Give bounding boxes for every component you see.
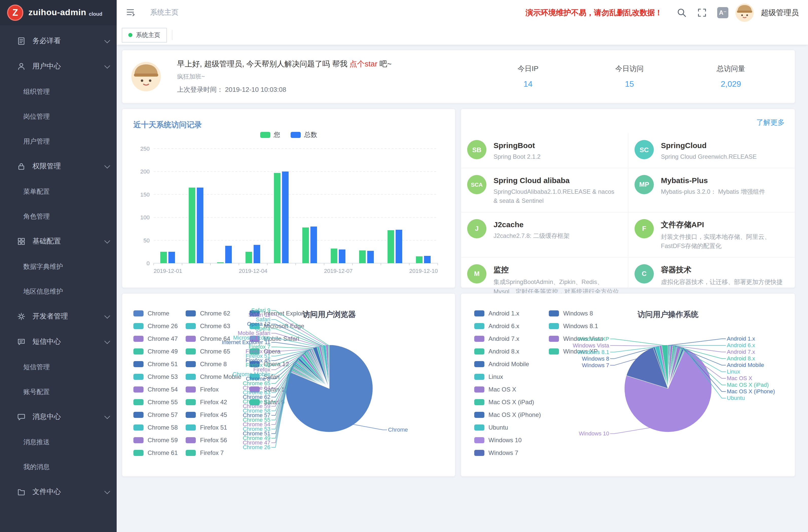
legend-item[interactable]: Chrome 54 [133, 386, 178, 393]
sidebar-group-6[interactable]: 消息中心 [0, 404, 117, 429]
tech-item-0[interactable]: SBSpringBootSpring Boot 2.1.2 [461, 133, 628, 168]
tech-title: SpringCloud [661, 141, 757, 150]
legend-item[interactable]: Chrome 8 [186, 361, 241, 368]
legend-swatch [133, 348, 144, 354]
legend-item[interactable]: Safari 11 [250, 386, 317, 393]
svg-text:Android 6.x: Android 6.x [727, 342, 755, 348]
sidebar-group-5[interactable]: 短信中心 [0, 329, 117, 354]
legend-item[interactable]: Linux [474, 373, 541, 380]
legend-item[interactable]: Firefox 51 [186, 424, 241, 431]
legend-item[interactable]: Android 7.x [474, 335, 541, 342]
legend-item[interactable]: Opera 12 [250, 361, 317, 368]
user-avatar[interactable] [735, 3, 754, 22]
legend-item[interactable]: Chrome 57 [133, 411, 178, 418]
legend-item[interactable]: Chrome 64 [186, 335, 241, 342]
sidebar-item-1-1[interactable]: 岗位管理 [0, 104, 117, 129]
sidebar-item-5-1[interactable]: 账号配置 [0, 379, 117, 404]
legend-item-您[interactable]: 您 [260, 130, 280, 140]
legend-item[interactable]: Windows 8 [549, 310, 603, 317]
tech-title: SpringBoot [494, 141, 540, 150]
legend-item[interactable]: Android 6.x [474, 323, 541, 330]
learn-more-link[interactable]: 了解更多 [756, 118, 785, 127]
legend-item[interactable]: Safari [250, 373, 317, 380]
legend-item[interactable]: Firefox 56 [186, 437, 241, 444]
legend-item[interactable]: Opera [250, 348, 317, 355]
sidebar-item-3-0[interactable]: 数据字典维护 [0, 254, 117, 279]
breadcrumb[interactable]: 系统主页 [150, 8, 179, 17]
legend-item[interactable]: Ubuntu [474, 424, 541, 431]
legend-item[interactable]: Windows 10 [474, 437, 541, 444]
tech-item-5[interactable]: F文件存储API封装文件接口，实现本地存储、阿里云、FastDFS存储的配置化 [628, 213, 795, 258]
legend-item[interactable]: Windows XP [549, 348, 603, 355]
legend-label: Chrome 57 [148, 411, 178, 418]
tech-item-4[interactable]: JJ2cacheJ2cache2.7.8: 二级缓存框架 [461, 213, 628, 258]
legend-item[interactable]: Android 1.x [474, 310, 541, 317]
chevron-down-icon [105, 338, 110, 344]
legend-item[interactable]: Chrome 61 [133, 450, 178, 456]
legend-item[interactable]: Chrome 26 [133, 323, 178, 330]
legend-item[interactable]: Firefox 42 [186, 399, 241, 406]
sidebar-group-0[interactable]: 务必详看 [0, 29, 117, 54]
app-logo[interactable]: Z zuihou-admin cloud [0, 0, 117, 25]
tech-item-2[interactable]: SCASpring Cloud alibabaSpringCloudAlibab… [461, 168, 628, 212]
legend-item[interactable]: Windows Vista [549, 335, 603, 342]
legend-item[interactable]: Windows 8.1 [549, 323, 603, 330]
stat-value[interactable]: 15 [579, 80, 680, 89]
legend-item[interactable]: Chrome 59 [133, 437, 178, 444]
legend-item[interactable]: Chrome Mobile [186, 373, 241, 380]
sidebar-group-7[interactable]: 文件中心 [0, 479, 117, 505]
sms-icon [17, 338, 25, 346]
username[interactable]: 超级管理员 [761, 8, 799, 18]
legend-item[interactable]: Firefox 7 [186, 450, 241, 456]
legend-item[interactable]: Firefox 45 [186, 411, 241, 418]
legend-item[interactable]: Mac OS X (iPhone) [474, 411, 541, 418]
legend-item[interactable]: Mac OS X (iPad) [474, 399, 541, 406]
legend-item[interactable]: Chrome 47 [133, 335, 178, 342]
stat-value[interactable]: 14 [477, 80, 579, 89]
sidebar-group-4[interactable]: 开发者管理 [0, 304, 117, 329]
legend-item[interactable]: Chrome 65 [186, 348, 241, 355]
star-link[interactable]: 点个star [349, 59, 378, 68]
stat-label: 今日访问 [579, 65, 680, 74]
sidebar-item-3-1[interactable]: 地区信息维护 [0, 279, 117, 304]
tab-home[interactable]: 系统主页 [122, 27, 167, 42]
stat-value[interactable]: 2,029 [680, 80, 782, 89]
tech-stack-card: 了解更多 SBSpringBootSpring Boot 2.1.2SCSpri… [461, 109, 795, 288]
legend-item[interactable]: Chrome [133, 310, 178, 317]
legend-label: Windows Vista [563, 335, 603, 342]
sidebar-item-1-2[interactable]: 用户管理 [0, 129, 117, 154]
sidebar-item-2-1[interactable]: 角色管理 [0, 204, 117, 229]
legend-item[interactable]: Windows 7 [474, 450, 541, 456]
legend-item[interactable]: Microsoft Edge [250, 323, 317, 330]
legend-item[interactable]: Android 8.x [474, 348, 541, 355]
tech-item-3[interactable]: MPMybatis-PlusMybatis-plus 3.2.0： Mybati… [628, 168, 795, 212]
legend-item[interactable]: Android Mobile [474, 361, 541, 368]
font-size-icon[interactable]: A⁻ [717, 7, 728, 18]
legend-item-总数[interactable]: 总数 [290, 130, 317, 140]
sidebar-group-1[interactable]: 用户中心 [0, 54, 117, 79]
legend-item[interactable]: Chrome 63 [186, 323, 241, 330]
sidebar-group-3[interactable]: 基础配置 [0, 229, 117, 254]
sidebar-item-6-0[interactable]: 消息推送 [0, 429, 117, 454]
tech-item-1[interactable]: SCSpringCloudSpring Cloud Greenwich.RELE… [628, 133, 795, 168]
sidebar-item-6-1[interactable]: 我的消息 [0, 454, 117, 479]
legend-item[interactable]: Firefox [186, 386, 241, 393]
sidebar-item-5-0[interactable]: 短信管理 [0, 354, 117, 379]
tech-abbr-badge: SC [635, 140, 654, 159]
sidebar-group-2[interactable]: 权限管理 [0, 154, 117, 179]
legend-item[interactable]: Chrome 49 [133, 348, 178, 355]
legend-item[interactable]: Chrome 58 [133, 424, 178, 431]
legend-item[interactable]: Chrome 62 [186, 310, 241, 317]
sidebar-item-2-0[interactable]: 菜单配置 [0, 179, 117, 204]
legend-item[interactable]: Mobile Safari [250, 335, 317, 342]
legend-item[interactable]: Safari 9 [250, 399, 317, 406]
legend-item[interactable]: Chrome 55 [133, 399, 178, 406]
collapse-menu-icon[interactable] [126, 7, 136, 18]
fullscreen-icon[interactable] [697, 7, 707, 18]
legend-item[interactable]: Chrome 53 [133, 373, 178, 380]
sidebar-item-1-0[interactable]: 组织管理 [0, 79, 117, 104]
folder-icon [17, 488, 25, 496]
search-icon[interactable] [677, 7, 687, 18]
legend-item[interactable]: Mac OS X [474, 386, 541, 393]
legend-item[interactable]: Chrome 51 [133, 361, 178, 368]
